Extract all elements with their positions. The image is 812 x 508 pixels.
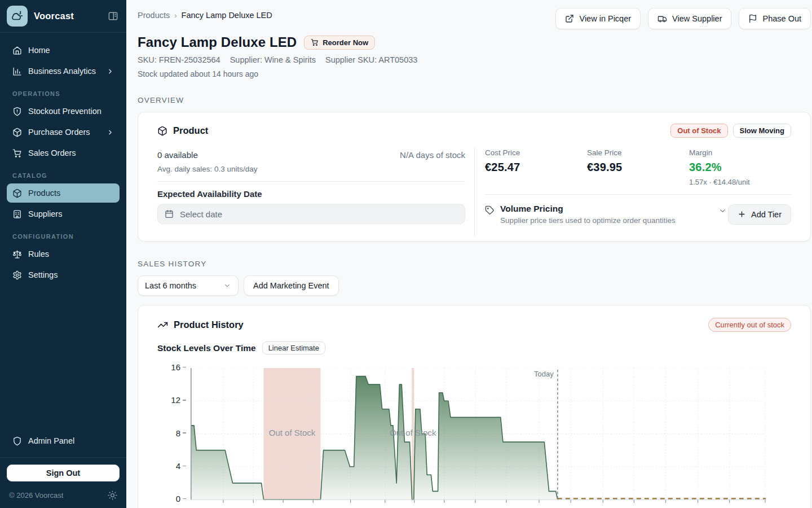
today-marker-label: Today [534,370,558,378]
sidebar-item-business-analytics[interactable]: Business Analytics [7,62,120,81]
margin-sub: 1.57x · €14.48/unit [689,178,791,186]
availability-date-label: Expected Availability Date [157,189,465,199]
sidebar-item-label: Admin Panel [28,436,74,445]
days-of-stock: N/A days of stock [400,150,465,160]
divider [485,194,791,195]
reorder-now-badge[interactable]: Reorder Now [304,36,375,50]
date-placeholder: Select date [180,209,222,219]
sidebar-item-rules[interactable]: Rules [7,244,120,264]
phase-out-button[interactable]: Phase Out [739,8,811,29]
divider [157,181,465,182]
brand-name: Voorcast [34,11,102,21]
out-of-stock-band-label: Out of Stock [269,428,316,437]
main-content: Products › Fancy Lamp Deluxe LED View in… [126,0,812,508]
external-link-icon [565,14,574,23]
date-range-select[interactable]: Last 6 months [138,275,239,296]
button-label: Add Marketing Event [253,281,329,290]
nav-section-configuration: CONFIGURATION [7,233,120,240]
product-meta: SKU: FREN-25032564 Supplier: Wine & Spir… [138,55,811,64]
flag-icon [748,14,757,23]
chevron-down-icon[interactable] [718,207,727,215]
overview-section-label: OVERVIEW [138,96,811,104]
sidebar-item-label: Products [28,189,60,198]
package-icon [157,126,167,136]
margin-label: Margin [689,148,791,157]
breadcrumb: Products › Fancy Lamp Deluxe LED [138,8,272,20]
sidebar-item-products[interactable]: Products [7,183,120,203]
chevron-right-icon: › [174,11,176,20]
package-icon [12,128,22,137]
view-in-picqer-button[interactable]: View in Picqer [555,8,641,29]
chevron-down-icon [223,282,231,290]
spacer [0,284,126,423]
avg-daily-sales: Avg. daily sales: 0.3 units/day [157,165,465,173]
stock-updated-text: Stock updated about 14 hours ago [138,69,811,78]
cart-icon [311,38,319,46]
volume-pricing-title: Volume Pricing [500,204,676,214]
nav-section-catalog: CATALOG [7,172,120,179]
currently-out-of-stock-badge: Currently out of stock [708,318,791,332]
add-marketing-event-button[interactable]: Add Marketing Event [244,275,339,296]
truck-icon [657,14,667,24]
product-card: Product Out of Stock Slow Moving 0 avail… [138,112,811,242]
button-label: View in Picqer [579,14,631,23]
product-history-card: Product History Currently out of stock S… [138,305,811,508]
sidebar-item-suppliers[interactable]: Suppliers [7,204,120,224]
add-tier-button[interactable]: Add Tier [728,204,791,225]
sidebar-item-stockout-prevention[interactable]: Stockout Prevention [7,102,120,121]
expected-date-input[interactable]: Select date [157,204,465,224]
sales-history-section-label: SALES HISTORY [138,260,811,268]
breadcrumb-products[interactable]: Products [138,11,170,20]
gear-icon [12,270,22,280]
view-supplier-button[interactable]: View Supplier [648,8,731,29]
sign-out-button[interactable]: Sign Out [7,465,120,481]
sidebar-item-sales-orders[interactable]: Sales Orders [7,143,120,163]
shield-icon [12,436,22,446]
sidebar-footer-nav: Admin Panel [0,423,126,457]
sidebar-item-label: Suppliers [28,209,62,218]
plus-icon [738,210,746,218]
chevron-right-icon [107,68,114,75]
button-label: Phase Out [762,14,801,23]
box-icon [12,189,22,198]
sale-price-value: €39.95 [587,161,689,174]
sidebar-item-label: Purchase Orders [28,128,100,137]
cost-price-value: €25.47 [485,161,587,174]
sidebar-item-admin-panel[interactable]: Admin Panel [7,431,120,450]
bar-chart-icon [12,67,22,76]
sidebar-item-home[interactable]: Home [7,41,120,60]
product-card-title: Product [157,125,208,136]
card-title-label: Product [173,125,208,136]
sidebar-item-purchase-orders[interactable]: Purchase Orders [7,122,120,142]
cost-price-label: Cost Price [485,148,587,157]
building-icon [12,209,22,219]
breadcrumb-current: Fancy Lamp Deluxe LED [182,11,272,20]
nav-section-operations: OPERATIONS [7,90,120,97]
copyright-text: © 2026 Voorcast [9,491,63,500]
stock-levels-chart: 0481216Oct 25Nov 08Nov 23Dec 07Dec 22Jan… [191,368,766,508]
margin-value: 36.2% [689,161,791,174]
sale-price-block: Sale Price €39.95 [587,148,689,186]
button-label: Add Tier [751,210,782,219]
chart-canvas [191,368,766,508]
y-axis-label: 12 [158,395,186,405]
theme-toggle-sun-icon[interactable] [108,491,117,500]
product-history-title: Product History [157,319,244,330]
tag-icon [485,205,495,215]
brand-row: Voorcast [0,0,126,32]
home-icon [12,46,22,55]
calendar-icon [165,209,174,218]
shopping-cart-icon [12,148,22,158]
cost-price-block: Cost Price €25.47 [485,148,587,186]
sidebar-item-settings[interactable]: Settings [7,265,120,284]
sidebar: Voorcast Home Business Analytics OPERATI… [0,0,126,508]
collapse-sidebar-icon[interactable] [108,11,118,21]
y-axis-label: 8 [158,428,186,438]
linear-estimate-badge: Linear Estimate [262,341,325,354]
sidebar-item-label: Home [28,46,50,55]
sku-text: SKU: FREN-25032564 [138,55,220,64]
margin-block: Margin 36.2% 1.57x · €14.48/unit [689,148,791,186]
page-title: Fancy Lamp Deluxe LED [138,34,297,50]
sidebar-item-label: Stockout Prevention [28,107,102,116]
scale-icon [12,249,22,259]
